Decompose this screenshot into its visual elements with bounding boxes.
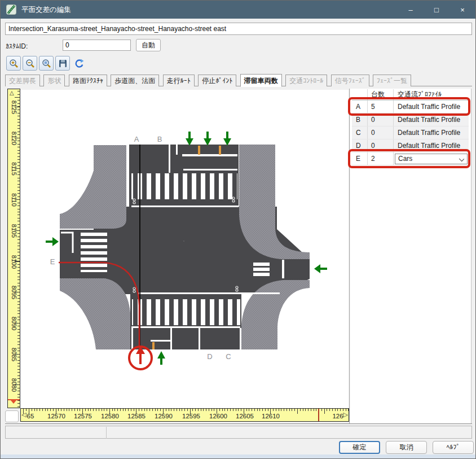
row-b-count[interactable]: 0 <box>367 113 393 126</box>
h-ruler-label: 12575 <box>74 413 92 419</box>
col-header-profile: 交通流ﾌﾟﾛﾌｧｲﾙ <box>393 89 469 100</box>
status-bar-divider <box>106 427 107 439</box>
save-button[interactable] <box>55 56 70 71</box>
row-c-profile[interactable]: Default Traffic Profile <box>393 126 469 139</box>
table-row-d[interactable]: D 0 Default Traffic Profile <box>352 139 469 152</box>
row-b-leg: B <box>352 116 367 124</box>
tab-leg-length: 交差脚長 <box>5 75 40 86</box>
tab-shape: 形状 <box>43 75 65 86</box>
save-icon <box>58 59 68 68</box>
row-d-count[interactable]: 0 <box>367 139 393 152</box>
ruler-scroll-right-icon[interactable]: ▷ <box>343 411 348 418</box>
row-a-profile[interactable]: Default Traffic Profile <box>393 100 469 113</box>
zoom-region-button[interactable] <box>39 56 54 71</box>
minimize-button[interactable]: – <box>398 1 424 19</box>
row-c-count[interactable]: 0 <box>367 126 393 139</box>
h-ruler-label: 12605 <box>236 413 254 419</box>
h-ruler-label: 12595 <box>182 413 200 419</box>
v-ruler-label: 8080 <box>11 378 17 392</box>
h-ruler-label: 12585 <box>127 413 146 419</box>
profile-dropdown-value: Cars <box>398 155 412 163</box>
row-a-leg: A <box>352 103 367 111</box>
row-d-profile[interactable]: Default Traffic Profile <box>393 139 469 152</box>
tab-signal-phase: 信号ﾌｪｰｽﾞ <box>331 75 369 86</box>
row-b-profile[interactable]: Default Traffic Profile <box>393 113 469 126</box>
zoom-region-icon <box>42 59 51 68</box>
intersection-name-input[interactable] <box>5 23 472 35</box>
table-row-e[interactable]: E 2 Cars <box>352 152 469 165</box>
v-ruler-label: 8090 <box>11 317 17 330</box>
tab-strip: 交差脚長 形状 路面ﾃｸｽﾁｬ 歩道面、法面 走行ﾙｰﾄ 停止ﾎﾟｲﾝﾄ 滞留車… <box>5 74 472 86</box>
h-ruler-label: 12580 <box>101 413 119 419</box>
tab-queued-vehicles[interactable]: 滞留車両数 <box>240 74 282 87</box>
window-bottom-edge <box>1 454 475 458</box>
tab-road-texture[interactable]: 路面ﾃｸｽﾁｬ <box>69 75 107 86</box>
tab-phase-list: ﾌｪｰｽﾞ一覧 <box>373 75 411 86</box>
horizontal-ruler[interactable]: ◁ ▷ 65 12570 12575 12580 12585 12590 125… <box>20 408 349 422</box>
v-ruler-label: 8100 <box>11 255 17 269</box>
table-row-c[interactable]: C 0 Default Traffic Profile <box>352 126 469 139</box>
confirm-button[interactable]: 確定 <box>339 441 380 454</box>
h-ruler-label: 12610 <box>262 413 280 419</box>
status-bar <box>5 426 472 439</box>
h-ruler-label: 12600 <box>209 413 227 419</box>
row-e-count[interactable]: 2 <box>367 152 393 165</box>
refresh-button[interactable] <box>72 56 86 71</box>
table-header-row: 台数 交通流ﾌﾟﾛﾌｧｲﾙ <box>352 89 469 100</box>
col-header-count: 台数 <box>367 89 393 100</box>
window-title: 平面交差の編集 <box>21 5 71 15</box>
v-ruler-label: 8125 <box>11 100 17 114</box>
queued-vehicles-panel: 台数 交通流ﾌﾟﾛﾌｧｲﾙ A 5 Default Traffic Profil… <box>350 89 471 423</box>
zoom-out-button[interactable] <box>23 56 37 71</box>
close-button[interactable]: × <box>449 1 475 19</box>
v-ruler-cursor-arrow <box>11 400 16 404</box>
intersection-canvas[interactable]: A B E D C <box>20 90 349 408</box>
maximize-button[interactable]: □ <box>424 1 449 19</box>
custom-id-input[interactable] <box>63 40 131 51</box>
table-row-a[interactable]: A 5 Default Traffic Profile <box>352 100 469 113</box>
cancel-button[interactable]: 取消 <box>386 441 427 454</box>
h-ruler-label: 12590 <box>155 413 173 419</box>
tab-drive-route[interactable]: 走行ﾙｰﾄ <box>163 75 195 86</box>
profile-dropdown[interactable]: Cars <box>395 154 468 164</box>
panel-divider <box>349 89 350 423</box>
h-ruler-cursor-marker <box>318 409 319 421</box>
refresh-icon <box>74 58 85 69</box>
app-road-icon <box>6 5 16 15</box>
map-bottom-border <box>5 423 472 424</box>
v-ruler-label: 8120 <box>11 132 17 145</box>
v-ruler-label: 8115 <box>11 162 17 176</box>
ruler-corner-button[interactable] <box>5 410 19 422</box>
v-ruler-label: 8085 <box>11 348 17 361</box>
tab-sidewalk-slope[interactable]: 歩道面、法面 <box>111 75 159 86</box>
map-toolbar <box>6 56 86 71</box>
row-a-count[interactable]: 5 <box>367 100 393 113</box>
leg-label-b: B <box>157 135 162 143</box>
tab-stop-point[interactable]: 停止ﾎﾟｲﾝﾄ <box>198 75 236 86</box>
title-bar: 平面交差の編集 – □ × <box>1 1 475 19</box>
row-c-leg: C <box>352 129 367 137</box>
help-button[interactable]: ﾍﾙﾌﾟ <box>433 441 474 454</box>
chevron-down-icon <box>459 156 464 161</box>
leg-label-a: A <box>134 135 139 143</box>
row-e-leg: E <box>352 155 367 163</box>
row-d-leg: D <box>352 142 367 150</box>
zoom-in-icon <box>9 59 19 68</box>
intersection-map: A B E D C <box>20 90 349 408</box>
leg-label-c: C <box>226 352 231 361</box>
zoom-out-icon <box>25 59 35 68</box>
custom-id-label: ｶｽﾀﾑID: <box>6 42 28 50</box>
ruler-corner-marker: △ <box>10 90 14 96</box>
tab-traffic-control: 交通ｺﾝﾄﾛｰﾙ <box>285 75 327 86</box>
v-ruler-label: 8105 <box>11 224 17 238</box>
edit-intersection-dialog: 平面交差の編集 – □ × ｶｽﾀﾑID: 自動 <box>0 0 476 459</box>
ruler-scroll-left-icon[interactable]: ◁ <box>21 411 26 418</box>
h-ruler-label: 12570 <box>47 413 65 419</box>
auto-button[interactable]: 自動 <box>136 39 161 51</box>
leg-label-d: D <box>207 352 212 361</box>
vertical-ruler[interactable]: △ 8125 8120 8115 8110 8105 8100 8095 809… <box>7 89 20 408</box>
table-row-b[interactable]: B 0 Default Traffic Profile <box>352 113 469 126</box>
v-ruler-label: 8110 <box>11 193 17 207</box>
zoom-in-button[interactable] <box>6 56 21 71</box>
queued-vehicles-table: 台数 交通流ﾌﾟﾛﾌｧｲﾙ A 5 Default Traffic Profil… <box>352 89 469 165</box>
